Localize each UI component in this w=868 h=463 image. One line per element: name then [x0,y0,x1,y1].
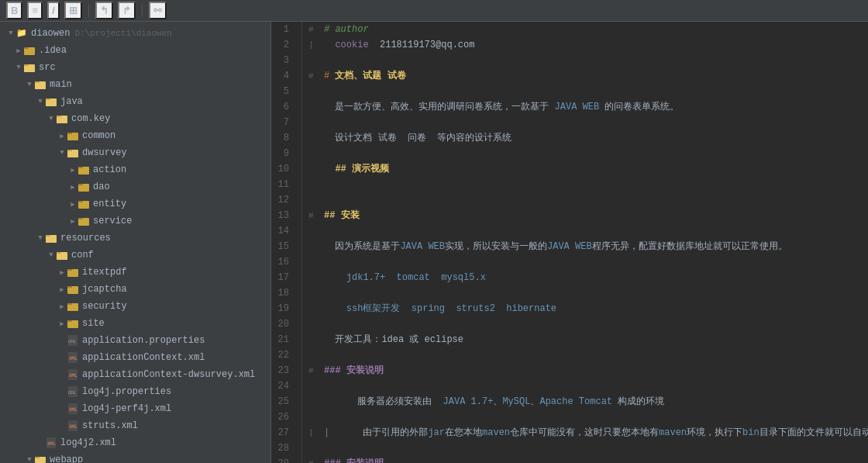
tree-item-main[interactable]: ▼main [0,76,270,93]
arrow-webapp: ▼ [25,456,34,463]
tree-item-java[interactable]: ▼java [0,93,270,110]
line-num-9: 9 [271,146,295,161]
file-icon-xml-log4j-perf4j.xml: XML [67,403,79,414]
folder-icon-com.key [56,113,68,124]
line-num-3: 3 [271,53,295,68]
undo-button[interactable]: ↰ [95,2,113,19]
table-button[interactable]: ⊞ [64,2,82,19]
tree-item-log4j.properties[interactable]: CFGlog4j.properties [0,383,270,400]
tree-item-struts.xml[interactable]: XMLstruts.xml [0,417,270,434]
svg-rect-1 [24,47,29,49]
arrow-security: ▶ [57,302,67,311]
line-num-11: 11 [271,177,295,192]
code-area[interactable]: ## author| cookie 2118119173@qq.com## 文档… [302,22,868,463]
arrow-conf: ▼ [46,251,56,259]
tree-label-log4j2.xml: log4j2.xml [60,437,116,448]
tree-item-dao[interactable]: ▶dao [0,178,270,195]
arrow-action: ▶ [68,166,78,174]
code-line-21: 开发工具：idea 或 eclipse [308,332,868,347]
code-line-22 [308,347,868,363]
svg-rect-29 [46,237,57,243]
folder-icon-itextpdf [67,267,79,278]
tree-item-resources[interactable]: ▼resources [0,230,270,247]
tree-item-src[interactable]: ▼src [0,59,270,76]
svg-text:XML: XML [69,423,78,429]
line-num-28: 28 [271,441,295,456]
tree-item-com.key[interactable]: ▼com.key [0,110,270,127]
svg-rect-36 [67,286,72,288]
line-num-21: 21 [271,332,295,347]
code-line-17: jdk1.7+ tomcat mysql5.x [308,270,868,285]
code-line-16 [308,254,868,270]
code-line-27: || 由于引用的外部jar在您本地maven仓库中可能没有，这时只要您本地有ma… [308,425,868,441]
align-button[interactable]: ≡ [27,2,43,19]
root-folder-icon: 📁 [16,28,28,39]
line-num-29: 29 [271,456,295,463]
tree-label-common: common [82,130,115,141]
svg-rect-40 [67,320,72,322]
italic-button[interactable]: I [47,2,60,19]
tree-item-service[interactable]: ▶service [0,212,270,230]
svg-rect-3 [24,64,29,66]
redo-button[interactable]: ↱ [118,2,136,19]
tree-label-log4j-perf4j.xml: log4j-perf4j.xml [82,403,171,414]
tree-item-action[interactable]: ▶action [0,161,270,178]
tree-item-application.properties[interactable]: CFGapplication.properties [0,332,270,349]
tree-item-conf[interactable]: ▼conf [0,247,270,264]
svg-rect-15 [67,133,72,134]
code-line-9 [308,146,868,161]
svg-rect-31 [57,252,61,254]
folder-icon-jcaptcha [67,284,79,295]
tree-item-entity[interactable]: ▶entity [0,195,270,212]
tree-root[interactable]: ▼ 📁 diaowen D:\project1\diaowen [0,25,270,42]
line-num-1: 1 [271,22,295,37]
bold-button[interactable]: B [6,2,22,19]
code-line-19: ssh框架开发 spring struts2 hibernate [308,301,868,316]
tree-item-log4j-perf4j.xml[interactable]: XMLlog4j-perf4j.xml [0,400,270,417]
svg-text:CFG: CFG [68,339,75,344]
code-line-14 [308,223,868,239]
tree-item-common[interactable]: ▶common [0,127,270,144]
tree-label-idea: .idea [39,45,67,56]
tree-item-log4j2.xml[interactable]: XMLlog4j2.xml [0,434,270,451]
line-num-12: 12 [271,192,295,208]
root-label: diaowen [31,28,70,39]
line-num-6: 6 [271,99,295,115]
line-num-22: 22 [271,347,295,363]
svg-text:CFG: CFG [68,390,75,395]
root-path: D:\project1\diaowen [74,29,171,38]
svg-rect-17 [67,150,72,151]
tree-item-dwsurvey[interactable]: ▼dwsurvey [0,144,270,161]
line-num-7: 7 [271,115,295,130]
folder-icon-conf [56,250,68,261]
tree-label-dao: dao [93,181,110,192]
file-icon-xml-applicationContext-dwsurvey.xml: XML [67,369,79,380]
folder-icon-main [34,79,46,90]
editor-content: 1234567891011121314151617181920212223242… [271,22,868,463]
svg-rect-56 [35,457,40,458]
arrow-resources: ▼ [36,234,45,242]
arrow-common: ▶ [57,132,67,140]
arrow-dao: ▶ [68,183,78,192]
link-button[interactable]: ⚯ [149,2,167,19]
code-line-3 [308,53,868,68]
tree-item-applicationContext.xml[interactable]: XMLapplicationContext.xml [0,349,270,366]
tree-item-jcaptcha[interactable]: ▶jcaptcha [0,281,270,298]
line-num-18: 18 [271,285,295,301]
tree-item-webapp[interactable]: ▼webapp [0,451,270,463]
code-editor[interactable]: 1234567891011121314151617181920212223242… [271,22,868,463]
svg-text:XML: XML [69,406,78,412]
code-line-25: 服务器必须安装由 JAVA 1.7+、MySQL、Apache Tomcat 构… [308,394,868,409]
arrow-com.key: ▼ [46,115,56,123]
tree-item-applicationContext-dwsurvey.xml[interactable]: XMLapplicationContext-dwsurvey.xml [0,366,270,383]
code-line-24 [308,378,868,394]
tree-item-security[interactable]: ▶security [0,298,270,315]
arrow-jcaptcha: ▶ [57,285,67,294]
tree-item-itextpdf[interactable]: ▶itextpdf [0,264,270,281]
folder-icon-java [45,96,57,107]
tree-item-idea[interactable]: ▶.idea [0,42,270,59]
line-num-27: 27 [271,425,295,441]
line-num-25: 25 [271,394,295,409]
tree-item-site[interactable]: ▶site [0,315,270,332]
code-line-4: ## 文档、试题 试卷 [308,68,868,84]
